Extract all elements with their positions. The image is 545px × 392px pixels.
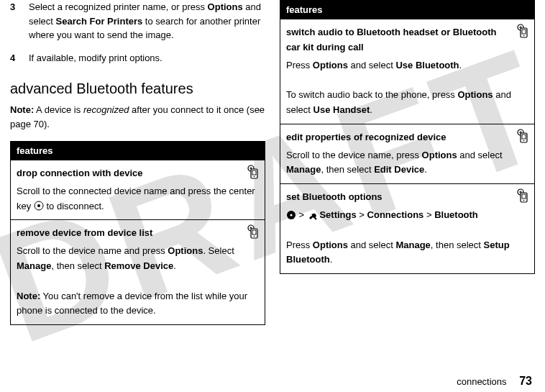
table-row: drop connection with device Scroll to th… [11, 160, 265, 220]
bluetooth-device-icon [246, 224, 260, 239]
text-fragment: Select a recognized printer name, or pre… [29, 1, 208, 12]
ui-label-edit-device: Edit Device [374, 164, 424, 175]
text-fragment: A device is [34, 104, 83, 115]
table-row: edit properties of recognized device Scr… [280, 124, 535, 183]
feature-title: edit properties of recognized device [286, 130, 528, 145]
ui-label-manage: Manage [286, 164, 321, 175]
ui-label-options: Options [313, 240, 348, 250]
table-row: switch audio to Bluetooth headset or Blu… [280, 19, 535, 124]
text-fragment: . [424, 164, 427, 175]
note-text: Note: A device is recognized after you c… [10, 103, 265, 131]
bluetooth-device-icon [516, 24, 530, 38]
tools-icon [307, 210, 317, 220]
table-header: features [280, 1, 535, 19]
ui-label-manage: Manage [395, 240, 430, 250]
text-fragment: . Select [203, 245, 234, 256]
table-row: set Bluetooth options > Settings > Conne… [280, 184, 535, 274]
ui-label-connections: Connections [367, 209, 424, 220]
step-3: 3 Select a recognized printer name, or p… [10, 0, 265, 42]
page-number: 73 [519, 375, 532, 387]
text-fragment: . [459, 60, 462, 70]
step-number: 3 [10, 0, 20, 42]
ui-label-settings: Settings [319, 209, 356, 220]
step-number: 4 [10, 51, 20, 65]
text-fragment: To switch audio back to the phone, press [286, 89, 457, 100]
bluetooth-device-icon [246, 165, 260, 179]
right-column: features switch audio to Bluetooth heads… [280, 0, 535, 392]
step-text: Select a recognized printer name, or pre… [29, 0, 265, 42]
emphasis: recognized [83, 104, 129, 115]
text-fragment: Press [286, 240, 313, 250]
text-fragment: and select [348, 60, 396, 70]
ui-label-options: Options [208, 1, 243, 12]
text-fragment: Scroll to the device name and press [17, 245, 168, 256]
ui-label-remove-device: Remove Device [104, 260, 173, 271]
text-fragment: . [370, 104, 372, 115]
bluetooth-device-icon [516, 188, 530, 203]
ui-label-use-bluetooth: Use Bluetooth [395, 60, 459, 70]
text-fragment: , then select [321, 164, 374, 175]
ui-label-options: Options [313, 60, 348, 70]
feature-title: remove device from device list [17, 226, 259, 241]
step-4: 4 If available, modify print options. [10, 51, 265, 65]
center-key-icon [34, 201, 44, 211]
left-column: 3 Select a recognized printer name, or p… [10, 0, 265, 392]
ui-label-options: Options [168, 245, 203, 256]
ui-label-bluetooth: Bluetooth [434, 209, 478, 220]
section-heading: advanced Bluetooth features [10, 81, 265, 97]
text-fragment: and select [457, 150, 503, 160]
text-fragment: You can't remove a device from the list … [17, 291, 247, 316]
text-fragment: Press [286, 60, 313, 70]
text-fragment: > [423, 209, 434, 220]
note-label: Note: [17, 291, 40, 301]
step-text: If available, modify print options. [29, 51, 265, 65]
ui-label-use-handset: Use Handset [313, 104, 370, 115]
nav-key-icon [286, 210, 296, 220]
text-fragment: . [330, 254, 333, 265]
text-fragment: to disconnect. [44, 201, 104, 211]
table-row: remove device from device list Scroll to… [11, 220, 265, 325]
footer-section: connections [457, 376, 506, 387]
text-fragment: . [173, 260, 176, 271]
text-fragment: , then select [51, 260, 104, 271]
ui-label-search-printers: Search For Printers [56, 16, 143, 27]
text-fragment: , then select [431, 240, 484, 250]
ui-label-manage: Manage [17, 260, 51, 271]
page-footer: connections 73 [457, 375, 532, 388]
feature-title: set Bluetooth options [286, 190, 528, 205]
note-label: Note: [10, 104, 34, 115]
feature-title: switch audio to Bluetooth headset or Blu… [286, 25, 528, 55]
text-fragment: and select [348, 240, 396, 250]
ui-label-options: Options [422, 150, 457, 160]
table-header: features [11, 142, 265, 160]
ui-label-options: Options [457, 89, 493, 100]
features-table-right: features switch audio to Bluetooth heads… [280, 0, 535, 274]
bluetooth-device-icon [516, 129, 530, 143]
features-table-left: features drop connection with device Scr… [10, 141, 265, 325]
text-fragment: Scroll to the device name, press [286, 150, 422, 160]
feature-title: drop connection with device [17, 166, 259, 181]
text-fragment: > [357, 209, 367, 220]
